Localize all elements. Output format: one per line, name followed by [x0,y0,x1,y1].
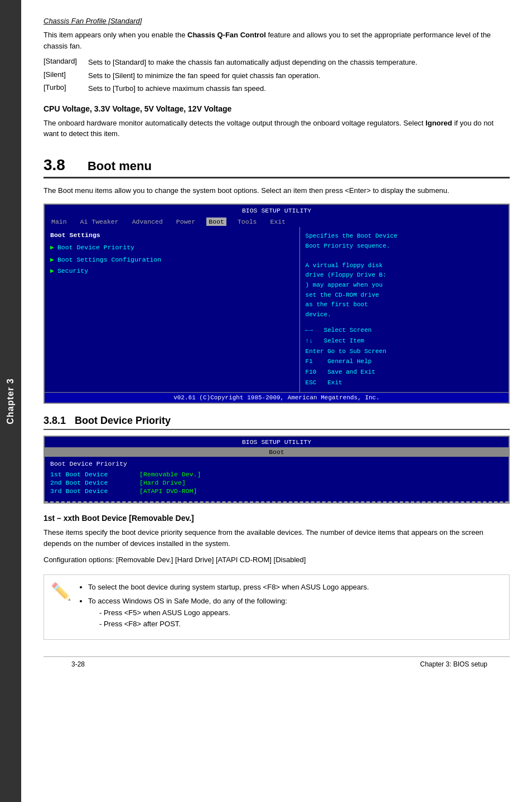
main-content: Chassis Fan Profile [Standard] This item… [21,0,532,802]
subsection-381-header: 3.8.1 Boot Device Priority [43,415,510,430]
bios-screen2-boot-tab: Boot [45,447,509,457]
note-item-1: To select the boot device during system … [88,582,369,593]
boot-device-section: 1st – xxth Boot Device [Removable Dev.] … [43,514,510,566]
bios-menu-bar: Main Ai Tweaker Advanced Power Boot Tool… [45,216,509,227]
bios-menu-tools[interactable]: Tools [235,218,259,226]
bios-item-label-1: Boot Device Priority [57,244,134,251]
bios-menu-aitweaker[interactable]: Ai Tweaker [78,218,121,226]
def-term-standard: [Standard] [43,57,88,68]
bios-item-boot-device-priority[interactable]: ▶ Boot Device Priority [50,243,294,251]
bios-screen2-body: Boot Device Priority 1st Boot Device [Re… [45,457,509,499]
bios-nav-keys: ←→ Select Screen ↑↓ Select Item Enter Go… [306,325,503,388]
chassis-title: Chassis Fan Profile [Standard] [43,17,510,25]
bios-left-panel: Boot Settings ▶ Boot Device Priority ▶ B… [45,227,300,392]
def-standard: [Standard] Sets to [Standard] to make th… [43,57,510,68]
def-desc-standard: Sets to [Standard] to make the chassis f… [88,57,417,68]
bios-section-title: Boot Settings [50,231,294,239]
bios-label-2nd: 2nd Boot Device [50,479,139,486]
boot-device-para2: Configuration options: [Removable Dev.] … [43,554,510,566]
note-box: ✏️ To select the boot device during syst… [43,574,510,640]
def-silent: [Silent] Sets to [Silent] to minimize th… [43,70,510,81]
section-38-intro: The Boot menu items allow you to change … [43,185,510,196]
bios-menu-exit[interactable]: Exit [268,218,288,226]
bios-screen: BIOS SETUP UTILITY Main Ai Tweaker Advan… [43,204,510,404]
subsection-381-number: 3.8.1 [43,415,66,427]
pencil-icon: ✏️ [51,582,71,601]
bios-screen2-title: BIOS SETUP UTILITY [45,437,509,447]
boot-device-heading: 1st – xxth Boot Device [Removable Dev.] [43,514,510,523]
bios-item-boot-settings-config[interactable]: ▶ Boot Settings Configuration [50,255,294,263]
def-desc-turbo: Sets to [Turbo] to achieve maximum chass… [88,83,266,94]
ignored-bold: Ignored [425,119,452,127]
bios-row-3rd: 3rd Boot Device [ATAPI DVD-ROM] [50,487,503,495]
chassis-intro: This item appears only when you enable t… [43,30,510,51]
bios-footer: v02.61 (C)Copyright 1985-2009, American … [45,392,509,403]
bios-arrow-1: ▶ [50,243,54,251]
def-desc-silent: Sets to [Silent] to minimize the fan spe… [88,70,320,81]
cpu-voltage-heading: CPU Voltage, 3.3V Voltage, 5V Voltage, 1… [43,104,510,113]
bios-value-3rd: [ATAPI DVD-ROM] [139,487,197,495]
bios-menu-advanced[interactable]: Advanced [130,218,165,226]
bios-menu-main[interactable]: Main [49,218,69,226]
subsection-381-title: Boot Device Priority [75,415,171,427]
chapter-tab: Chapter 3 [0,0,21,802]
bios-item-label-2: Boot Settings Configuration [57,256,161,263]
page-footer: 3-28 Chapter 3: BIOS setup [43,656,510,671]
section-38: 3.8 Boot menu [43,156,510,178]
bios-dashed-border [45,501,509,503]
bios-arrow-2: ▶ [50,255,54,263]
section-38-number: 3.8 [43,156,65,174]
bios-body: Boot Settings ▶ Boot Device Priority ▶ B… [45,227,509,392]
bios-item-security[interactable]: ▶ Security [50,267,294,274]
bios-label-1st: 1st Boot Device [50,471,139,478]
note-item-2: To access Windows OS in Safe Mode, do an… [88,596,369,630]
def-term-silent: [Silent] [43,70,88,81]
bios-row-2nd: 2nd Boot Device [Hard Drive] [50,479,503,486]
section-38-title: Boot menu [88,159,152,173]
footer-right: Chapter 3: BIOS setup [420,660,487,668]
def-turbo: [Turbo] Sets to [Turbo] to achieve maxim… [43,83,510,94]
bios-label-3rd: 3rd Boot Device [50,487,139,495]
chassis-definitions: [Standard] Sets to [Standard] to make th… [43,57,510,94]
boot-device-para1: These items specify the boot device prio… [43,527,510,549]
cpu-voltage-section: CPU Voltage, 3.3V Voltage, 5V Voltage, 1… [43,104,510,139]
chassis-bold: Chassis Q-Fan Control [187,31,266,39]
bios-row-1st: 1st Boot Device [Removable Dev.] [50,471,503,478]
chassis-section: Chassis Fan Profile [Standard] This item… [43,17,510,94]
chapter-label: Chapter 3 [6,378,16,424]
note-content: To select the boot device during system … [79,582,369,632]
def-term-turbo: [Turbo] [43,83,88,94]
footer-left: 3-28 [71,660,85,668]
bios-menu-boot[interactable]: Boot [206,218,226,226]
bios-item-label-3: Security [57,267,88,274]
bios-title: BIOS SETUP UTILITY [45,205,509,216]
bios-value-1st: [Removable Dev.] [139,471,201,478]
bios-help-text: Specifies the Boot Device Boot Priority … [306,231,503,320]
bios-value-2nd: [Hard Drive] [139,479,186,486]
bios-menu-power[interactable]: Power [174,218,198,226]
bios-screen2-section-title: Boot Device Priority [50,460,503,467]
bios-screen-2: BIOS SETUP UTILITY Boot Boot Device Prio… [43,436,510,504]
note-indent: - Press <F5> when ASUS Logo appears. - P… [99,607,369,631]
bios-arrow-3: ▶ [50,267,54,274]
cpu-voltage-desc: The onboard hardware monitor automatical… [43,118,510,139]
bios-right-panel: Specifies the Boot Device Boot Priority … [300,227,509,392]
bios-item-group-2: ▶ Boot Settings Configuration ▶ Security [50,255,294,274]
